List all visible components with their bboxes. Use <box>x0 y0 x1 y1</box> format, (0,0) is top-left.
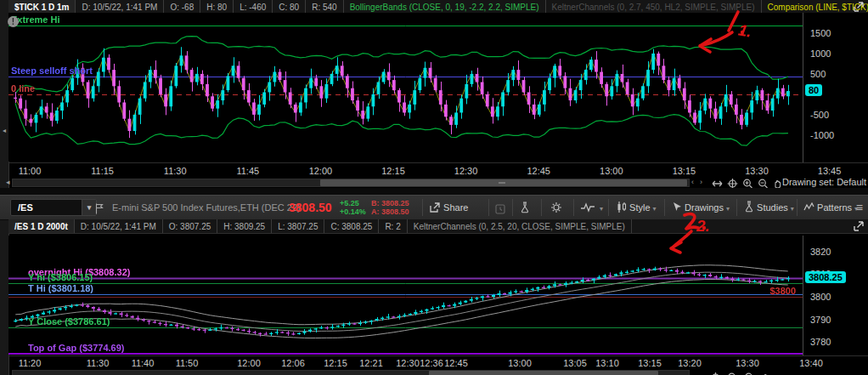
es-close-field: C: 3808.25 <box>324 219 379 233</box>
drawings-button[interactable]: Drawings▾ <box>673 196 730 219</box>
es-x-tick: 13:15 <box>631 358 668 368</box>
es-x-tick: 11:20 <box>11 358 48 368</box>
patterns-button[interactable]: Patterns▾ <box>803 196 858 219</box>
es-x-tick: 12:06 <box>274 358 312 368</box>
tick-maximize-icon[interactable] <box>853 1 865 13</box>
es-scrollbar-track[interactable] <box>12 370 690 375</box>
tick-x-tick: 11:45 <box>229 166 267 176</box>
es-x-tick: 12:00 <box>230 358 268 368</box>
tick-open-field: O: -68 <box>164 0 200 14</box>
es-x-tick: 12:15 <box>317 358 354 368</box>
tick-price-bubble: 80 <box>805 84 822 96</box>
tick-y-tick: -500 <box>810 110 829 121</box>
panel-divider[interactable] <box>0 188 868 195</box>
tick-x-tick: 13:00 <box>593 166 630 176</box>
thinkorswim-charts-window: ◂ $TICK 1 D 1mD: 10/5/22, 1:41 PMO: -68H… <box>0 0 868 375</box>
studies-button[interactable]: Studies▾ <box>744 196 794 219</box>
scroll-forward-icon[interactable]: › <box>700 178 702 186</box>
es-time-axis: 11:2011:3011:4011:5012:0012:0612:1512:21… <box>8 355 868 369</box>
tick-level-label: 0 line <box>11 83 35 94</box>
symbol-dropdown-icon[interactable]: ▾ <box>82 200 96 215</box>
tick-x-tick: 12:45 <box>520 166 557 176</box>
tick-x-tick: 13:15 <box>665 166 702 176</box>
tick-x-tick: 12:00 <box>302 166 339 176</box>
es-open-field: O: 3807.25 <box>163 219 217 233</box>
scroll-left-icon[interactable]: ◂ <box>6 178 10 186</box>
bid-ask: B: 3808.25A: 3808.50 <box>371 199 409 216</box>
tick-y-tick: 1500 <box>810 28 831 39</box>
tick-time-axis: 11:0011:1511:3011:4512:0012:1512:3012:45… <box>8 162 868 177</box>
tick-keltner-study[interactable]: KeltnerChannels (0, 2.7, 450, HL2, SIMPL… <box>546 0 762 14</box>
es-price-bubble: 3808.25 <box>805 271 846 283</box>
last-price: 3808.50 <box>289 196 332 219</box>
es-x-tick: 13:40 <box>792 358 830 368</box>
es-level-label: T Hi ($3801.18) <box>28 283 93 293</box>
es-hand-pan-icon[interactable] <box>761 371 771 375</box>
es-chart-header: /ES 1 D 2000tD: 10/5/22, 1:41 PMO: 3807.… <box>8 219 868 234</box>
es-x-tick: 13:10 <box>589 358 626 368</box>
es-level-label: Y Close ($3786.61) <box>28 316 110 327</box>
tick-x-tick: 11:15 <box>84 166 121 176</box>
tick-close-field: C: 80 <box>273 0 306 14</box>
scroll-back-icon[interactable]: ‹ <box>691 178 694 186</box>
es-scrollbar-thumb[interactable] <box>429 371 658 375</box>
tick-x-tick: 11:30 <box>156 166 194 176</box>
tick-scrollbar-track[interactable] <box>12 179 690 187</box>
es-range-field: R: 2 <box>379 219 407 233</box>
style-button[interactable]: Style▾ <box>617 196 657 219</box>
es-keltner-study[interactable]: KeltnerChannels (0, 2.5, 20, CLOSE, SIMP… <box>408 219 632 233</box>
es-x-tick: 13:20 <box>671 358 708 368</box>
es-y-tick: 3820 <box>810 247 831 258</box>
tick-low-field: L: -460 <box>234 0 273 14</box>
es-x-tick: 12:21 <box>352 358 390 368</box>
tick-x-tick: 12:30 <box>448 166 485 176</box>
es-toolbar: /ES ▾ E-mini S&P 500 Index Futures,ETH (… <box>0 195 868 220</box>
es-chart-canvas[interactable] <box>8 236 803 355</box>
es-round-price-label: $3800 <box>743 286 796 296</box>
symbol-flag-icon[interactable] <box>95 202 104 218</box>
tick-x-tick: 11:00 <box>11 166 48 176</box>
es-symbol-title[interactable]: /ES 1 D 2000t <box>8 219 75 233</box>
quick-study-flask-icon[interactable] <box>520 202 530 217</box>
drawing-set-label[interactable]: Drawing set: Default <box>782 177 866 187</box>
tick-scrollbar-row: ◂ ‹ › Drawing set: Default <box>8 177 868 188</box>
price-change: +5.25+0.14% <box>340 199 366 216</box>
toolbar-menu-icon[interactable]: ≡ <box>856 196 863 219</box>
tick-scrollbar-thumb[interactable] <box>320 179 687 186</box>
ondemand-icon[interactable] <box>495 202 506 218</box>
es-maximize-icon[interactable] <box>853 220 865 232</box>
es-level-label: Y hi ($3806.15) <box>28 272 93 282</box>
es-level-label: Top of Gap ($3774.69) <box>28 343 125 353</box>
es-x-tick: 13:00 <box>501 358 538 368</box>
es-x-tick: 12:45 <box>437 358 475 368</box>
es-y-tick: 3800 <box>810 292 831 303</box>
tick-range-field: R: 540 <box>306 0 343 14</box>
tick-x-tick: 12:15 <box>375 166 412 176</box>
symbol-input[interactable]: /ES ▾ <box>10 199 97 216</box>
symbol-value: /ES <box>18 202 33 213</box>
tick-x-tick: 13:45 <box>811 166 848 176</box>
tick-price-axis[interactable]: 15001000500-500-100080 <box>803 13 868 162</box>
es-low-field: L: 3807.25 <box>272 219 324 233</box>
es-zoom-in-icon[interactable] <box>727 371 738 375</box>
es-x-tick: 13:30 <box>729 358 766 368</box>
chart-mode-button[interactable]: ▾ <box>581 196 603 219</box>
symbol-description: E-mini S&P 500 Index Futures,ETH (DEC 22… <box>112 196 301 219</box>
es-zoom-out-icon[interactable] <box>744 371 755 375</box>
tick-symbol-title[interactable]: $TICK 1 D 1m <box>8 0 76 14</box>
scrollbar-grip <box>499 182 505 184</box>
es-y-tick: 3790 <box>810 315 831 326</box>
es-crosshair-icon[interactable] <box>710 371 721 375</box>
tick-x-tick: 13:30 <box>738 166 775 176</box>
tick-chart-canvas[interactable] <box>8 13 803 162</box>
tick-high-field: H: 80 <box>200 0 234 14</box>
tick-y-tick: -1000 <box>810 130 834 141</box>
tick-bollinger-study[interactable]: BollingerBands (CLOSE, 0, 19, -2.2, 2.2,… <box>344 0 546 14</box>
sidebar-collapse-handle[interactable]: ◂ <box>0 124 8 138</box>
chart-settings-gear-icon[interactable] <box>550 202 562 217</box>
share-button[interactable]: Share <box>430 196 468 219</box>
es-high-field: H: 3809.25 <box>217 219 272 233</box>
es-price-axis[interactable]: 382038103800379037803808.25 <box>803 236 868 355</box>
alert-icon[interactable]: ! <box>8 16 19 27</box>
es-x-tick: 11:40 <box>124 358 161 368</box>
